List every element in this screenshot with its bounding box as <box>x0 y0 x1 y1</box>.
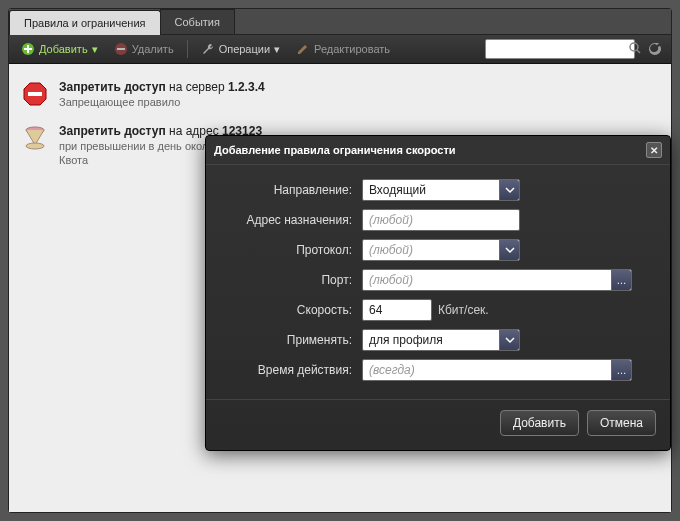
tab-rules[interactable]: Правила и ограничения <box>9 10 161 35</box>
delete-label: Удалить <box>132 43 174 55</box>
rule-action: Запретить доступ <box>59 80 166 94</box>
chevron-down-icon: ▾ <box>274 43 280 56</box>
chevron-down-icon[interactable] <box>499 180 519 200</box>
time-input[interactable]: (всегда) … <box>362 359 632 381</box>
refresh-icon <box>647 41 663 57</box>
minus-icon <box>114 42 128 56</box>
dest-label: Адрес назначения: <box>222 213 362 227</box>
list-item[interactable]: Запретить доступ на сервер 1.2.3.4 Запре… <box>21 74 659 118</box>
wrench-icon <box>201 42 215 56</box>
quota-icon <box>21 124 49 152</box>
edit-label: Редактировать <box>314 43 390 55</box>
edit-button[interactable]: Редактировать <box>290 39 396 59</box>
rule-subtitle: Запрещающее правило <box>59 96 265 108</box>
dialog-footer: Добавить Отмена <box>206 399 670 450</box>
rule-action: Запретить доступ <box>59 124 166 138</box>
ellipsis-icon[interactable]: … <box>611 360 631 380</box>
rule-text: Запретить доступ на сервер 1.2.3.4 Запре… <box>59 80 265 108</box>
dialog-body: Направление: Входящий Адрес назначения: … <box>206 165 670 393</box>
speed-input[interactable] <box>362 299 432 321</box>
toolbar: Добавить ▾ Удалить Операции ▾ Редактиров… <box>9 35 671 64</box>
ok-button[interactable]: Добавить <box>500 410 579 436</box>
chevron-down-icon[interactable] <box>499 330 519 350</box>
delete-button[interactable]: Удалить <box>108 39 180 59</box>
add-button[interactable]: Добавить ▾ <box>15 39 104 59</box>
search-box <box>485 39 635 59</box>
chevron-down-icon[interactable] <box>499 240 519 260</box>
plus-icon <box>21 42 35 56</box>
add-label: Добавить <box>39 43 88 55</box>
search-input[interactable] <box>490 43 628 55</box>
apply-select[interactable]: для профиля <box>362 329 520 351</box>
time-label: Время действия: <box>222 363 362 377</box>
speed-label: Скорость: <box>222 303 362 317</box>
tab-events[interactable]: События <box>160 9 235 34</box>
speed-suffix: Кбит/сек. <box>438 303 489 317</box>
svg-rect-4 <box>28 92 42 96</box>
svg-point-2 <box>630 43 638 51</box>
ellipsis-icon[interactable]: … <box>611 270 631 290</box>
tabs: Правила и ограничения События <box>9 9 671 35</box>
pencil-icon <box>296 42 310 56</box>
port-input[interactable]: (любой) … <box>362 269 632 291</box>
deny-icon <box>21 80 49 108</box>
direction-select[interactable]: Входящий <box>362 179 520 201</box>
chevron-down-icon: ▾ <box>92 43 98 56</box>
add-rule-dialog: Добавление правила ограничения скорости … <box>205 135 671 451</box>
dialog-title: Добавление правила ограничения скорости <box>214 144 456 156</box>
protocol-label: Протокол: <box>222 243 362 257</box>
separator <box>187 40 188 58</box>
refresh-button[interactable] <box>645 39 665 59</box>
svg-point-6 <box>26 143 44 149</box>
search-icon[interactable] <box>628 41 642 58</box>
operations-label: Операции <box>219 43 270 55</box>
port-label: Порт: <box>222 273 362 287</box>
operations-button[interactable]: Операции ▾ <box>195 39 286 59</box>
cancel-button[interactable]: Отмена <box>587 410 656 436</box>
apply-label: Применять: <box>222 333 362 347</box>
direction-label: Направление: <box>222 183 362 197</box>
protocol-select[interactable]: (любой) <box>362 239 520 261</box>
dialog-titlebar: Добавление правила ограничения скорости … <box>206 136 670 165</box>
dest-input[interactable]: (любой) <box>362 209 520 231</box>
close-button[interactable]: ✕ <box>646 142 662 158</box>
close-icon: ✕ <box>650 145 658 156</box>
